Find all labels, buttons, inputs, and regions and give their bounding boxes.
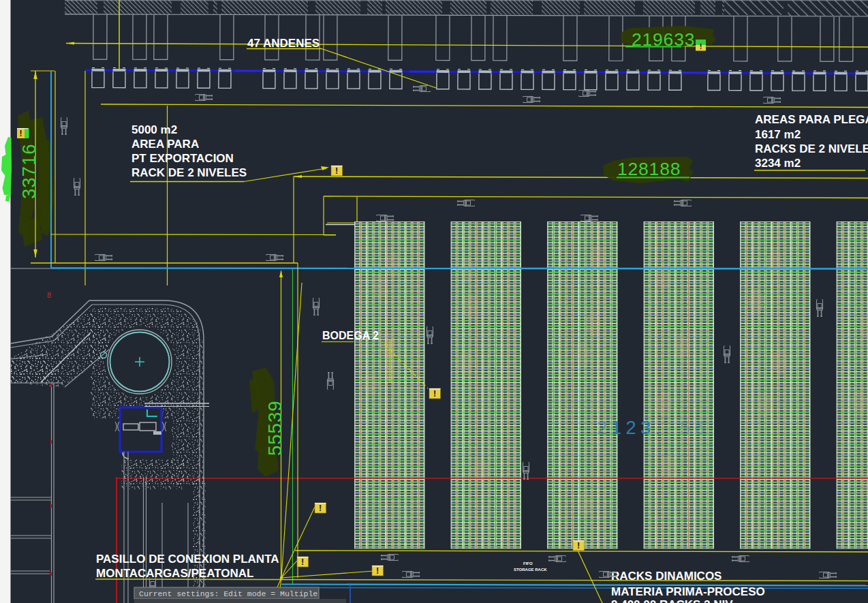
svg-text:55539: 55539 (264, 401, 285, 456)
svg-text:!: ! (20, 129, 22, 138)
svg-text:RACKS DE 2 NIVELES: RACKS DE 2 NIVELES (755, 142, 868, 155)
svg-text:!: ! (577, 541, 580, 551)
svg-text:Current settings: Edit mode =: Current settings: Edit mode = Multiple (139, 589, 317, 598)
svg-text:RACKS DINAMICOS: RACKS DINAMICOS (611, 570, 722, 583)
svg-text:5000 m2: 5000 m2 (131, 123, 177, 136)
svg-text:2: 2 (597, 418, 612, 438)
svg-text:!: ! (335, 166, 338, 176)
svg-text:RACK DE 2 NIVELES: RACK DE 2 NIVELES (131, 166, 247, 179)
svg-text:!: ! (319, 504, 322, 513)
svg-text:!: ! (301, 557, 304, 567)
svg-text:8: 8 (47, 291, 51, 299)
svg-text:128188: 128188 (617, 159, 681, 179)
svg-text:47 ANDENES: 47 ANDENES (247, 37, 320, 50)
svg-text:BODEGA 2: BODEGA 2 (322, 330, 379, 341)
svg-text:3234 m2: 3234 m2 (755, 157, 801, 170)
svg-text:33716: 33716 (18, 144, 40, 199)
svg-text:!: ! (700, 42, 702, 50)
svg-text:1617 m2: 1617 m2 (755, 128, 801, 141)
svg-text:123.: 123. (611, 418, 665, 438)
svg-text:AREAS PARA PLEGADO: AREAS PARA PLEGADO (755, 113, 868, 126)
svg-text:STORAGE RACK: STORAGE RACK (514, 568, 547, 572)
svg-text:9.400,00 RACKS 2 NIV: 9.400,00 RACKS 2 NIV (611, 598, 733, 603)
svg-text:MATERIA PRIMA-PROCESO: MATERIA PRIMA-PROCESO (611, 585, 765, 598)
svg-text:MONTACARGAS/PEATONAL: MONTACARGAS/PEATONAL (96, 567, 253, 580)
svg-text:AREA PARA: AREA PARA (131, 138, 199, 151)
svg-text:!: ! (433, 389, 436, 399)
svg-text:PT EXPORTACION: PT EXPORTACION (131, 152, 234, 165)
svg-text:PASILLO DE CONEXION PLANTA: PASILLO DE CONEXION PLANTA (96, 553, 279, 566)
svg-text:!: ! (376, 566, 379, 576)
svg-text:56: 56 (680, 418, 709, 438)
svg-text:FIFO: FIFO (523, 561, 533, 566)
